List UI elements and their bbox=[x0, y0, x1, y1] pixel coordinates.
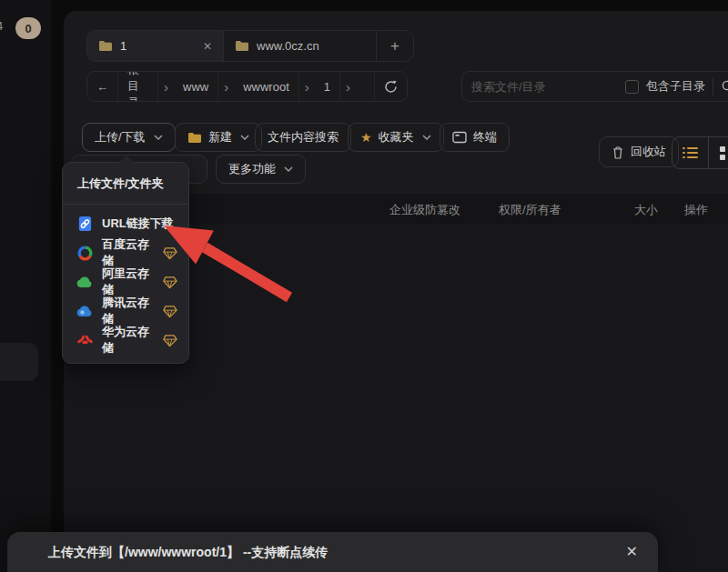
menu-item-url-download[interactable]: URL链接下载 bbox=[63, 209, 188, 238]
folder-icon bbox=[98, 40, 113, 52]
include-subdir-checkbox[interactable] bbox=[625, 80, 639, 94]
breadcrumb-wwwroot[interactable]: wwwroot bbox=[234, 72, 299, 101]
chevron-right-icon: › bbox=[340, 72, 356, 101]
vip-gem-icon bbox=[162, 334, 177, 347]
content-search-label: 文件内容搜索 bbox=[268, 129, 339, 146]
trash-icon bbox=[612, 146, 624, 159]
huawei-cloud-icon bbox=[76, 331, 94, 349]
folder-icon bbox=[187, 132, 202, 144]
chevron-right-icon: › bbox=[158, 72, 174, 101]
file-content-search-button[interactable]: 文件内容搜索 bbox=[255, 123, 351, 152]
grid-view-button[interactable] bbox=[708, 137, 728, 168]
terminal-button[interactable]: 终端 bbox=[440, 123, 510, 152]
menu-item-ali-cloud[interactable]: 阿里云存储 bbox=[63, 267, 188, 296]
search-input[interactable] bbox=[471, 80, 618, 94]
list-view-icon bbox=[682, 146, 698, 159]
new-button[interactable]: 新建 bbox=[175, 123, 262, 152]
left-rail: 4 0 bbox=[0, 0, 51, 572]
upload-download-label: 上传/下载 bbox=[95, 129, 146, 146]
baidu-cloud-icon bbox=[76, 244, 94, 262]
view-toggle bbox=[672, 136, 728, 169]
grid-view-icon bbox=[720, 146, 728, 160]
refresh-icon bbox=[384, 80, 398, 94]
add-tab-button[interactable]: + bbox=[377, 31, 413, 61]
breadcrumb-1[interactable]: 1 bbox=[315, 72, 340, 101]
divider bbox=[713, 77, 713, 95]
tab-close-icon[interactable]: ✕ bbox=[203, 40, 212, 53]
menu-item-label: 腾讯云存储 bbox=[102, 295, 154, 327]
folder-icon bbox=[235, 40, 249, 52]
chevron-down-icon bbox=[240, 135, 249, 140]
vip-gem-icon bbox=[162, 276, 177, 289]
include-subdir-label: 包含子目录 bbox=[646, 78, 705, 95]
chevron-right-icon: › bbox=[218, 72, 234, 101]
menu-item-huawei-cloud[interactable]: 华为云存储 bbox=[63, 326, 188, 355]
dropdown-caret bbox=[118, 156, 135, 163]
chevron-right-icon: › bbox=[299, 72, 315, 101]
notification-badge: 0 bbox=[15, 17, 41, 39]
terminal-icon bbox=[452, 131, 467, 144]
breadcrumb-www[interactable]: www bbox=[174, 72, 218, 101]
tencent-cloud-icon bbox=[76, 302, 94, 320]
tab-strip: 1 ✕ www.0cz.cn + bbox=[86, 30, 414, 62]
favorites-label: 收藏夹 bbox=[379, 129, 414, 146]
star-icon: ★ bbox=[360, 131, 372, 144]
vip-gem-icon bbox=[162, 305, 177, 318]
upload-dialog-title: 上传文件到【/www/wwwroot/1】 --支持断点续传 bbox=[48, 532, 328, 572]
chevron-down-icon bbox=[154, 135, 163, 140]
back-icon: ← bbox=[96, 80, 108, 94]
menu-item-label: 华为云存储 bbox=[102, 324, 154, 356]
vip-gem-icon bbox=[162, 246, 177, 260]
menu-item-baidu-cloud[interactable]: 百度云存储 bbox=[63, 238, 188, 267]
column-header-size[interactable]: 大小 bbox=[634, 202, 658, 218]
back-button[interactable]: ← bbox=[87, 72, 118, 101]
breadcrumb-root[interactable]: 根目录 bbox=[118, 72, 158, 101]
menu-item-label: 阿里云存储 bbox=[102, 266, 154, 298]
tab-folder-www0czcn[interactable]: www.0cz.cn bbox=[224, 31, 377, 61]
new-label: 新建 bbox=[208, 129, 232, 146]
tab-label: www.0cz.cn bbox=[257, 39, 319, 53]
rail-item-highlight[interactable] bbox=[0, 343, 38, 381]
search-bar: 包含子目录 bbox=[461, 71, 728, 102]
more-functions-label: 更多功能 bbox=[228, 161, 276, 177]
upload-dialog-header: 上传文件到【/www/wwwroot/1】 --支持断点续传 ✕ bbox=[7, 532, 658, 572]
menu-item-label: 百度云存储 bbox=[102, 236, 154, 269]
tab-folder-1[interactable]: 1 ✕ bbox=[87, 31, 224, 61]
column-header-actions: 操作 bbox=[684, 202, 708, 218]
recycle-bin-button[interactable]: 回收站 bbox=[599, 136, 679, 167]
breadcrumb-spacer bbox=[356, 72, 374, 101]
breadcrumb: ← 根目录 › www › wwwroot › 1 › bbox=[86, 71, 408, 102]
tab-label: 1 bbox=[120, 39, 126, 53]
rail-number: 4 bbox=[0, 19, 3, 33]
refresh-button[interactable] bbox=[374, 72, 407, 101]
menu-item-label: URL链接下载 bbox=[102, 216, 174, 232]
upload-download-button[interactable]: 上传/下载 bbox=[82, 123, 176, 152]
menu-item-tencent-cloud[interactable]: 腾讯云存储 bbox=[63, 296, 188, 326]
column-header-permissions-owner[interactable]: 权限/所有者 bbox=[499, 202, 561, 218]
favorites-button[interactable]: ★ 收藏夹 bbox=[348, 123, 444, 152]
close-icon[interactable]: ✕ bbox=[626, 543, 638, 560]
terminal-label: 终端 bbox=[473, 129, 497, 146]
chevron-down-icon bbox=[422, 135, 431, 140]
search-icon[interactable] bbox=[721, 79, 728, 94]
chevron-down-icon bbox=[284, 166, 293, 172]
url-download-icon bbox=[76, 215, 94, 233]
menu-item-upload-files[interactable]: 上传文件/文件夹 bbox=[63, 163, 188, 204]
list-view-button[interactable] bbox=[672, 137, 708, 168]
column-header-tamper-proof[interactable]: 企业级防篡改 bbox=[389, 202, 460, 218]
more-functions-button[interactable]: 更多功能 bbox=[216, 155, 306, 184]
recycle-bin-label: 回收站 bbox=[631, 144, 666, 160]
upload-download-dropdown: 上传文件/文件夹 URL链接下载 bbox=[62, 162, 189, 364]
ali-cloud-icon bbox=[76, 273, 94, 291]
